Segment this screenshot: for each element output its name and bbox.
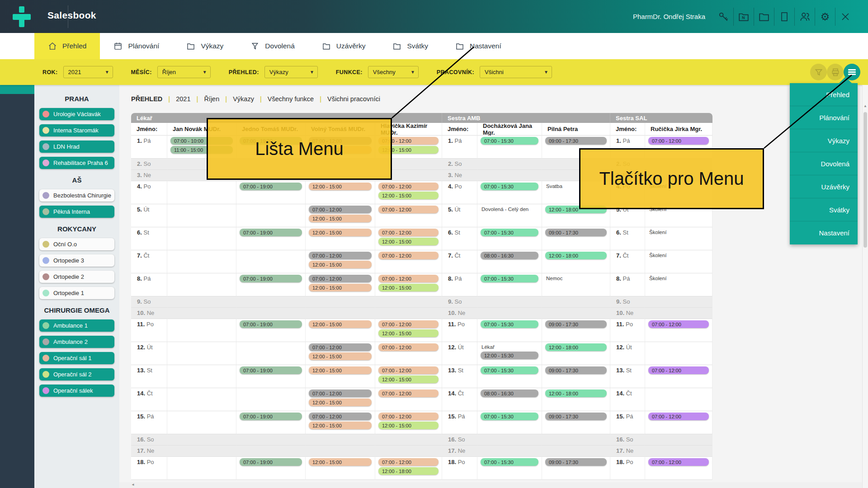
schedule-cell[interactable] — [375, 446, 442, 457]
schedule-cell[interactable]: 07:00 - 12:0012:00 - 15:00 — [375, 227, 442, 250]
schedule-cell[interactable]: 07:00 - 19:00 — [236, 319, 306, 342]
schedule-cell[interactable] — [236, 388, 306, 411]
schedule-cell[interactable] — [167, 204, 236, 227]
schedule-cell[interactable]: 07:00 - 15:30 — [477, 365, 542, 388]
shift-pill[interactable]: 07:00 - 12:00 — [648, 320, 709, 328]
menu-item-výkazy[interactable]: Výkazy — [790, 129, 858, 152]
gear-icon[interactable]: ⚙ — [815, 9, 835, 24]
schedule-cell[interactable] — [477, 308, 542, 319]
tab-dovolená[interactable]: Dovolená — [237, 33, 308, 59]
shift-pill[interactable]: 07:00 - 12:00 — [378, 206, 439, 213]
shift-pill[interactable]: 12:00 - 15:00 — [378, 329, 439, 337]
shift-pill[interactable]: 07:00 - 19:00 — [240, 413, 302, 420]
sidebar-item-ortopedie-3[interactable]: Ortopedie 3 — [39, 254, 114, 267]
schedule-cell[interactable] — [167, 319, 236, 342]
schedule-cell[interactable] — [645, 342, 712, 365]
schedule-cell[interactable]: 07:00 - 12:0012:00 - 15:00 — [306, 411, 375, 434]
scroll-left-icon[interactable]: ◄ — [131, 483, 135, 487]
shift-pill[interactable]: 07:00 - 19:00 — [240, 229, 302, 236]
filter-funnel-button[interactable] — [810, 64, 827, 80]
shift-pill[interactable]: 12:00 - 15:00 — [378, 238, 439, 245]
schedule-cell[interactable] — [477, 296, 542, 308]
shift-pill[interactable]: 12:00 - 15:00 — [309, 183, 372, 190]
shift-note[interactable]: Školení — [645, 250, 712, 258]
menu-item-svátky[interactable]: Svátky — [790, 198, 858, 221]
schedule-cell[interactable] — [167, 308, 236, 319]
schedule-cell[interactable] — [236, 342, 306, 365]
shift-pill[interactable]: 07:00 - 12:00 — [378, 458, 439, 466]
sidebar-item-urologie-v-clav-k[interactable]: Urologie Václavák — [39, 108, 114, 120]
schedule-cell[interactable] — [236, 446, 306, 457]
sidebar-item-ambulance-1[interactable]: Ambulance 1 — [39, 319, 114, 332]
schedule-cell[interactable] — [236, 308, 306, 319]
schedule-cell[interactable] — [167, 446, 236, 457]
schedule-cell[interactable] — [645, 434, 712, 446]
shift-pill[interactable]: 07:00 - 12:00 — [378, 389, 439, 397]
shift-pill[interactable]: 12:00 - 18:00 — [378, 467, 439, 475]
shift-pill[interactable]: 07:00 - 19:00 — [240, 458, 302, 466]
shift-pill[interactable]: 12:00 - 15:00 — [309, 422, 372, 429]
schedule-cell[interactable] — [167, 457, 236, 480]
schedule-cell[interactable]: 07:00 - 12:00 — [375, 250, 442, 273]
shift-pill[interactable]: 12:00 - 15:00 — [378, 375, 439, 383]
schedule-cell[interactable]: Školení — [645, 227, 712, 250]
schedule-cell[interactable]: 07:00 - 12:0012:00 - 18:00 — [375, 457, 442, 480]
schedule-cell[interactable]: 07:00 - 12:00 — [375, 342, 442, 365]
schedule-cell[interactable]: 07:00 - 15:30 — [477, 411, 542, 434]
schedule-cell[interactable] — [306, 446, 375, 457]
shift-pill[interactable]: 07:00 - 12:00 — [309, 389, 372, 397]
shift-pill[interactable]: 09:00 - 17:30 — [545, 320, 607, 328]
shift-pill[interactable]: 09:00 - 17:30 — [545, 458, 607, 466]
page-icon[interactable] — [774, 9, 794, 24]
shift-pill[interactable]: 07:00 - 19:00 — [240, 320, 302, 328]
sidebar-item-ambulance-2[interactable]: Ambulance 2 — [39, 336, 114, 348]
schedule-cell[interactable] — [645, 446, 712, 457]
schedule-cell[interactable]: 07:00 - 19:00 — [236, 227, 306, 250]
shift-pill[interactable]: 12:00 - 18:00 — [545, 389, 607, 397]
folder-icon[interactable] — [754, 9, 774, 24]
shift-pill[interactable]: 09:00 - 17:30 — [545, 366, 607, 374]
shift-pill[interactable]: 07:00 - 12:00 — [378, 229, 439, 236]
schedule-cell[interactable]: 07:00 - 12:00 — [645, 457, 712, 480]
schedule-cell[interactable]: 09:00 - 17:30 — [542, 227, 610, 250]
schedule-cell[interactable] — [542, 434, 610, 446]
shift-pill[interactable]: 09:00 - 17:30 — [545, 229, 607, 236]
schedule-cell[interactable] — [477, 159, 542, 170]
scroll-up-icon[interactable]: ▲ — [863, 104, 867, 108]
schedule-cell[interactable]: 07:00 - 12:00 — [375, 388, 442, 411]
sidebar-item-opera-n-s-l-2[interactable]: Operační sál 2 — [39, 368, 114, 380]
shift-pill[interactable]: 07:00 - 15:30 — [481, 183, 538, 190]
shift-pill[interactable]: 07:00 - 19:00 — [240, 275, 302, 282]
schedule-cell[interactable]: 12:00 - 15:00 — [306, 457, 375, 480]
schedule-cell[interactable]: 07:00 - 12:0012:00 - 15:00 — [375, 365, 442, 388]
shift-pill[interactable]: 07:00 - 12:00 — [648, 413, 709, 420]
schedule-cell[interactable] — [542, 446, 610, 457]
vertical-scrollbar[interactable]: ▲ — [862, 85, 868, 488]
schedule-cell[interactable] — [645, 388, 712, 411]
schedule-cell[interactable] — [542, 308, 610, 319]
sidebar-item-rehabilitace-praha-6[interactable]: Rehabilitace Praha 6 — [39, 157, 114, 169]
folder-n-icon[interactable]: N — [734, 9, 754, 24]
shift-pill[interactable]: 12:00 - 15:30 — [481, 352, 538, 359]
filter-select-pracovník[interactable]: Všichni — [480, 66, 552, 78]
shift-pill[interactable]: 07:00 - 12:00 — [648, 366, 709, 374]
schedule-cell[interactable]: 12:00 - 15:00 — [306, 319, 375, 342]
schedule-cell[interactable] — [375, 434, 442, 446]
shift-note[interactable]: Školení — [645, 273, 712, 282]
schedule-cell[interactable] — [167, 365, 236, 388]
schedule-cell[interactable]: 12:00 - 18:00 — [542, 388, 610, 411]
shift-pill[interactable]: 07:00 - 19:00 — [240, 366, 302, 374]
breadcrumb-item[interactable]: Všechny funkce — [268, 95, 314, 103]
schedule-cell[interactable] — [167, 296, 236, 308]
breadcrumb-item[interactable]: 2021 — [176, 95, 190, 103]
users-icon[interactable] — [795, 9, 815, 24]
schedule-cell[interactable]: 07:00 - 12:0012:00 - 15:00 — [306, 388, 375, 411]
tab-plánování[interactable]: Plánování — [100, 33, 173, 59]
horizontal-scrollbar[interactable]: ◄ — [119, 482, 862, 488]
menu-item-nastavení[interactable]: Nastavení — [790, 221, 858, 244]
filter-select-funkce[interactable]: Všechny — [368, 66, 419, 78]
schedule-cell[interactable]: 07:00 - 12:0012:00 - 15:00 — [375, 411, 442, 434]
tab-uzávěrky[interactable]: Uzávěrky — [308, 33, 379, 59]
schedule-cell[interactable] — [375, 296, 442, 308]
shift-pill[interactable]: 07:00 - 12:00 — [378, 252, 439, 259]
